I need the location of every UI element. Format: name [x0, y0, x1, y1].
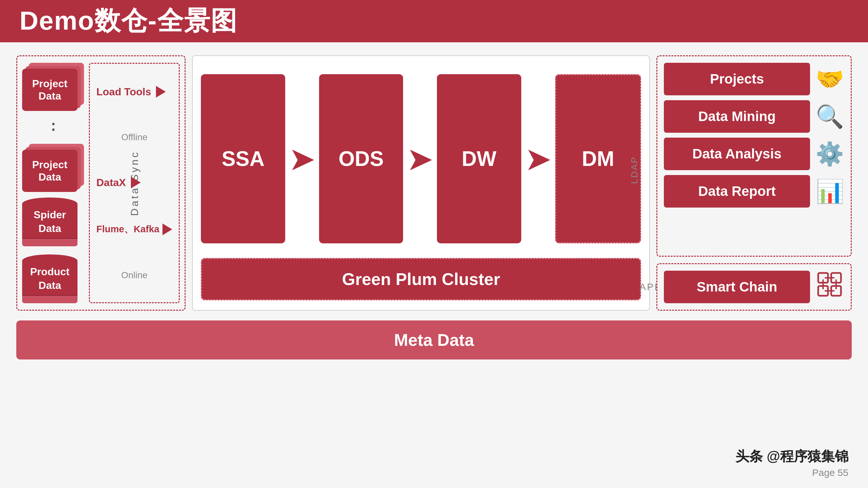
page-title: Demo数仓-全景图: [20, 4, 237, 39]
stage-ssa: SSA: [201, 74, 285, 243]
app-projects: Projects: [664, 63, 810, 95]
app-data-mining: Data Mining: [664, 100, 810, 133]
spider-data: SpiderData: [22, 197, 84, 246]
ldap-group: LDAP Projects 🤝 Data Mining 🔍: [656, 55, 852, 257]
app-projects-row: Projects 🤝: [664, 63, 844, 95]
page-number: Page 55: [812, 467, 848, 478]
ldap-label: LDAP: [629, 156, 640, 184]
app-data-report: Data Report: [664, 175, 810, 207]
data-sync-col: Data Sync Load Tools Offline DataX: [89, 63, 180, 303]
load-tools-arrow: [156, 86, 166, 98]
project-data-2: ProjectData: [22, 144, 84, 189]
pipeline-stages: SSA ➤ ODS ➤ DW ➤ DM: [201, 66, 641, 252]
main-content: ProjectData ： ProjectData SpiderData: [0, 42, 868, 372]
footer: 头条 @程序猿集锦 Page 55: [736, 447, 848, 478]
app-smart-chain-row: Smart Chain: [664, 271, 844, 303]
app-data-report-row: Data Report 📊: [664, 175, 844, 207]
stage-ods: ODS: [319, 74, 403, 243]
data-analysis-icon: ⚙️: [815, 140, 844, 167]
flume-kafka-row: Flume、Kafka: [96, 223, 172, 236]
arrow-ods-dw: ➤: [406, 142, 434, 175]
smart-chain-icon: [815, 271, 844, 302]
diagram-area: ProjectData ： ProjectData SpiderData: [16, 55, 852, 311]
api-group: API Smart Chain: [656, 263, 852, 311]
data-sources-col: ProjectData ： ProjectData SpiderData: [22, 63, 84, 303]
stage-dw: DW: [437, 74, 521, 243]
meta-data-banner: Meta Data: [16, 321, 852, 359]
api-label: API: [640, 282, 658, 292]
dots-separator: ：: [22, 117, 84, 136]
datax-label: DataX: [96, 177, 126, 189]
data-report-icon: 📊: [815, 178, 844, 205]
flume-arrow: [162, 224, 172, 235]
datax-arrow: [131, 177, 141, 188]
watermark: 头条 @程序猿集锦: [736, 447, 848, 465]
app-smart-chain: Smart Chain: [664, 271, 810, 303]
arrow-dw-dm: ➤: [525, 142, 552, 175]
projects-icon: 🤝: [815, 66, 844, 92]
flume-kafka-label: Flume、Kafka: [96, 223, 159, 236]
green-plum-cluster: Green Plum Cluster: [201, 258, 641, 300]
app-data-analysis: Data Analysis: [664, 138, 810, 170]
arrow-ssa-ods: ➤: [288, 142, 316, 175]
app-data-analysis-row: Data Analysis ⚙️: [664, 138, 844, 170]
data-mining-icon: 🔍: [815, 103, 844, 130]
project-data-1: ProjectData: [22, 63, 84, 108]
load-tools-label: Load Tools: [96, 86, 151, 98]
stage-dm: DM: [555, 74, 641, 243]
right-section: LDAP Projects 🤝 Data Mining 🔍: [656, 55, 852, 311]
online-label: Online: [96, 270, 172, 281]
offline-label: Offline: [96, 132, 172, 142]
datax-row: DataX: [96, 177, 172, 189]
header: Demo数仓-全景图: [0, 0, 868, 42]
app-data-mining-row: Data Mining 🔍: [664, 100, 844, 133]
product-data: ProductData: [22, 254, 84, 303]
sources-section: ProjectData ： ProjectData SpiderData: [16, 55, 186, 311]
pipeline-section: SSA ➤ ODS ➤ DW ➤ DM: [192, 55, 650, 311]
load-tools-row: Load Tools: [96, 86, 172, 98]
